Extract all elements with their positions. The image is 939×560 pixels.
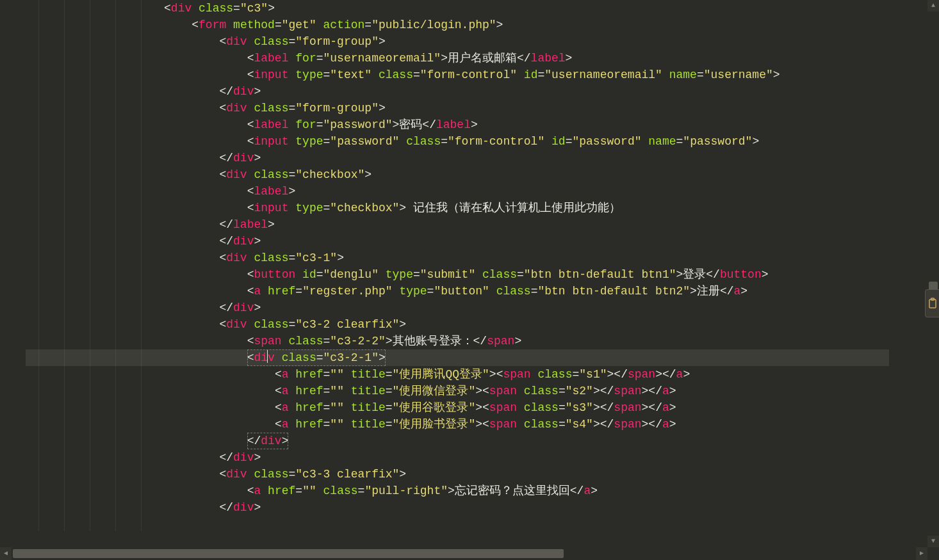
scroll-down-icon[interactable]: ▼: [927, 536, 939, 547]
code-line[interactable]: <div class="c3">: [26, 0, 889, 17]
horizontal-scrollbar[interactable]: ◀ ▶: [0, 547, 927, 560]
code-line[interactable]: <a href="" title="使用脸书登录"><span class="s…: [26, 416, 889, 433]
code-editor[interactable]: <div class="c3"> <form method="get" acti…: [0, 0, 889, 531]
code-line[interactable]: <div class="form-group">: [26, 33, 889, 50]
code-line[interactable]: </div>: [26, 83, 889, 100]
code-line[interactable]: </div>: [26, 433, 889, 449]
code-line[interactable]: <div class="form-group">: [26, 100, 889, 116]
svg-rect-0: [929, 300, 936, 308]
code-line[interactable]: <input type="password" class="form-contr…: [26, 133, 889, 150]
code-area[interactable]: <div class="c3"> <form method="get" acti…: [26, 0, 889, 516]
code-line[interactable]: <span class="c3-2-2">其他账号登录：</span>: [26, 333, 889, 349]
scroll-up-icon[interactable]: ▲: [927, 0, 939, 12]
code-line[interactable]: <label>: [26, 183, 889, 200]
code-line[interactable]: <div class="c3-2 clearfix">: [26, 316, 889, 333]
code-line[interactable]: <label for="usernameoremail">用户名或邮箱</lab…: [26, 50, 889, 67]
code-line[interactable]: </label>: [26, 216, 889, 233]
code-line[interactable]: <button id="denglu" type="submit" class=…: [26, 266, 889, 283]
code-line[interactable]: <div class="c3-2-1">: [26, 349, 889, 366]
code-line[interactable]: </div>: [26, 150, 889, 166]
code-line[interactable]: <a href="" title="使用微信登录"><span class="s…: [26, 383, 889, 399]
code-line[interactable]: <div class="c3-3 clearfix">: [26, 466, 889, 483]
code-line[interactable]: <a href="" title="使用谷歌登录"><span class="s…: [26, 399, 889, 416]
clipboard-icon: [928, 298, 937, 309]
code-line[interactable]: <a href="regster.php" type="button" clas…: [26, 283, 889, 300]
vertical-scrollbar[interactable]: ▲ ▼: [927, 0, 939, 547]
code-line[interactable]: <input type="checkbox"> 记住我（请在私人计算机上使用此功…: [26, 200, 889, 216]
code-line[interactable]: </div>: [26, 300, 889, 316]
scroll-right-icon[interactable]: ▶: [916, 547, 927, 560]
code-line[interactable]: </div>: [26, 233, 889, 250]
horizontal-scroll-thumb[interactable]: [13, 549, 564, 558]
gutter: [0, 0, 26, 531]
code-line[interactable]: <a href="" title="使用腾讯QQ登录"><span class=…: [26, 366, 889, 383]
code-line[interactable]: </div>: [26, 449, 889, 466]
code-line[interactable]: <form method="get" action="public/login.…: [26, 17, 889, 33]
code-line[interactable]: <label for="password">密码</label>: [26, 116, 889, 133]
code-line[interactable]: <div class="c3-1">: [26, 250, 889, 266]
code-line[interactable]: <div class="checkbox">: [26, 166, 889, 183]
scroll-left-icon[interactable]: ◀: [0, 547, 12, 560]
code-line[interactable]: <input type="text" class="form-control" …: [26, 67, 889, 83]
code-line[interactable]: <a href="" class="pull-right">忘记密码？点这里找回…: [26, 483, 889, 499]
side-panel-toggle[interactable]: [925, 289, 939, 317]
code-line[interactable]: </div>: [26, 499, 889, 516]
